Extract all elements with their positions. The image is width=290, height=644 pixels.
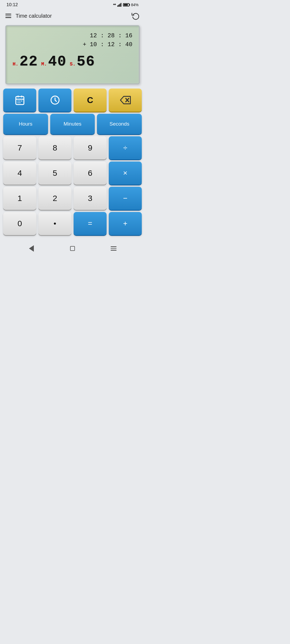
eight-button[interactable]: 8: [38, 136, 71, 159]
svg-rect-8: [19, 102, 20, 103]
seconds-label: S.: [70, 61, 76, 67]
zero-button[interactable]: 0: [3, 212, 36, 235]
seven-label: 7: [17, 143, 22, 152]
equals-label: =: [88, 219, 92, 228]
keypad: C Hours Minutes Seconds 7 8 9: [3, 89, 142, 235]
multiply-button[interactable]: ×: [109, 162, 142, 185]
two-button[interactable]: 2: [38, 187, 71, 210]
minutes-button[interactable]: Minutes: [50, 114, 95, 134]
nine-button[interactable]: 9: [74, 136, 107, 159]
five-label: 5: [53, 169, 57, 178]
six-button[interactable]: 6: [74, 162, 107, 185]
clear-button[interactable]: C: [74, 89, 107, 112]
display-result: H. 22 M. 40 S. 56: [13, 54, 132, 69]
minus-label: −: [123, 194, 127, 203]
status-icons: ⁴⁴ 84%: [113, 3, 139, 7]
display-line1: 12 : 28 : 16: [13, 31, 132, 40]
three-button[interactable]: 3: [74, 187, 107, 210]
hamburger-menu-button[interactable]: [5, 14, 11, 18]
zero-label: 0: [17, 219, 22, 228]
hours-label: H.: [13, 61, 19, 67]
button-row-1: C: [3, 89, 142, 112]
signal-icon: [117, 3, 121, 7]
plus-label: +: [123, 219, 127, 228]
recents-icon: [111, 246, 117, 251]
four-label: 4: [17, 169, 22, 178]
button-row-123: 1 2 3 −: [3, 187, 142, 210]
dot-button[interactable]: •: [38, 212, 71, 235]
button-row-789: 7 8 9 ÷: [3, 136, 142, 159]
seconds-label-btn: Seconds: [110, 121, 129, 127]
six-label: 6: [88, 169, 92, 178]
one-button[interactable]: 1: [3, 187, 36, 210]
one-label: 1: [17, 194, 22, 203]
equals-button[interactable]: =: [74, 212, 107, 235]
svg-rect-4: [17, 101, 18, 101]
plus-button[interactable]: +: [109, 212, 142, 235]
hours-button[interactable]: Hours: [3, 114, 48, 134]
minus-button[interactable]: −: [109, 187, 142, 210]
calculator-display: 12 : 28 : 16 + 10 : 12 : 40 H. 22 M. 40 …: [5, 25, 140, 84]
minutes-value: 40: [48, 54, 67, 69]
seven-button[interactable]: 7: [3, 136, 36, 159]
home-icon: [70, 246, 75, 251]
status-time: 10:12: [6, 2, 18, 8]
svg-rect-7: [17, 102, 18, 103]
backspace-button[interactable]: [109, 89, 142, 112]
home-button[interactable]: [68, 244, 77, 253]
app-bar: Time calculator: [0, 9, 145, 23]
clear-label: C: [87, 95, 93, 105]
seconds-value: 56: [77, 54, 95, 69]
display-line2: + 10 : 12 : 40: [13, 40, 132, 49]
svg-rect-0: [16, 97, 24, 105]
calendar-button[interactable]: [3, 89, 36, 112]
three-label: 3: [88, 194, 92, 203]
five-button[interactable]: 5: [38, 162, 71, 185]
divide-label: ÷: [123, 144, 127, 152]
status-bar: 10:12 ⁴⁴ 84%: [0, 0, 145, 9]
clock-button[interactable]: [38, 89, 71, 112]
hours-value: 22: [20, 54, 38, 69]
signal-label: ⁴⁴: [113, 3, 116, 7]
back-icon: [29, 245, 34, 252]
navigation-bar: [0, 239, 145, 259]
divide-button[interactable]: ÷: [109, 136, 142, 159]
history-button[interactable]: [132, 12, 140, 20]
seconds-button[interactable]: Seconds: [97, 114, 142, 134]
back-button[interactable]: [27, 244, 36, 253]
dot-label: •: [54, 219, 56, 228]
two-label: 2: [53, 194, 57, 203]
minutes-label-btn: Minutes: [64, 121, 82, 127]
button-row-units: Hours Minutes Seconds: [3, 114, 142, 134]
svg-rect-6: [21, 101, 22, 101]
button-row-0: 0 • = +: [3, 212, 142, 235]
nine-label: 9: [88, 143, 92, 152]
battery-icon: [123, 3, 129, 6]
button-row-456: 4 5 6 ×: [3, 162, 142, 185]
recents-button[interactable]: [109, 244, 118, 253]
svg-rect-5: [19, 101, 20, 101]
battery-percent: 84%: [131, 3, 139, 7]
app-bar-left: Time calculator: [5, 13, 52, 19]
multiply-label: ×: [123, 169, 127, 177]
minutes-label: M.: [41, 61, 47, 67]
app-title: Time calculator: [16, 13, 52, 19]
eight-label: 8: [53, 143, 57, 152]
hours-label-btn: Hours: [19, 121, 32, 127]
four-button[interactable]: 4: [3, 162, 36, 185]
display-expressions: 12 : 28 : 16 + 10 : 12 : 40: [13, 31, 132, 49]
